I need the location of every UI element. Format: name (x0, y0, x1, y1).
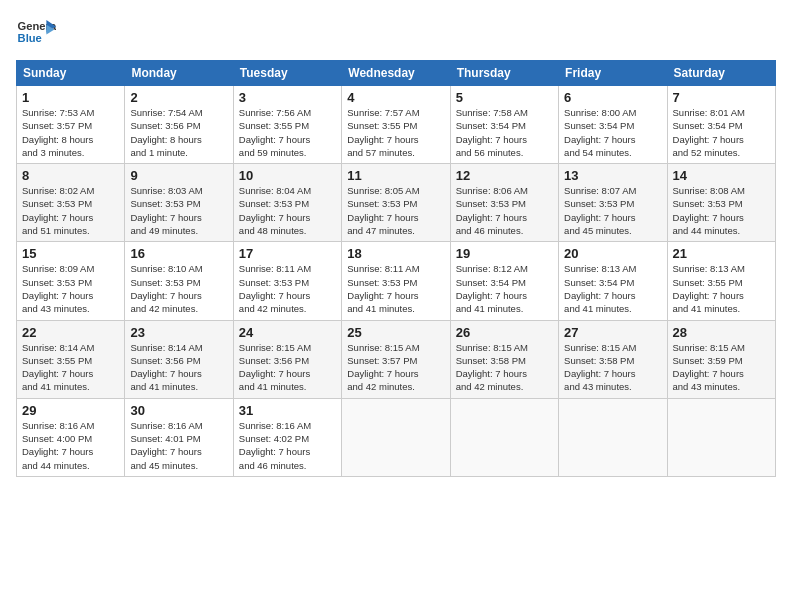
day-info: Sunrise: 8:15 AM Sunset: 3:58 PM Dayligh… (564, 341, 661, 394)
weekday-header-row: SundayMondayTuesdayWednesdayThursdayFrid… (17, 61, 776, 86)
calendar-cell: 22Sunrise: 8:14 AM Sunset: 3:55 PM Dayli… (17, 320, 125, 398)
day-info: Sunrise: 7:57 AM Sunset: 3:55 PM Dayligh… (347, 106, 444, 159)
day-number: 5 (456, 90, 553, 105)
day-info: Sunrise: 8:15 AM Sunset: 3:59 PM Dayligh… (673, 341, 770, 394)
day-info: Sunrise: 7:54 AM Sunset: 3:56 PM Dayligh… (130, 106, 227, 159)
calendar-cell: 23Sunrise: 8:14 AM Sunset: 3:56 PM Dayli… (125, 320, 233, 398)
day-number: 25 (347, 325, 444, 340)
calendar-cell: 10Sunrise: 8:04 AM Sunset: 3:53 PM Dayli… (233, 164, 341, 242)
day-info: Sunrise: 8:12 AM Sunset: 3:54 PM Dayligh… (456, 262, 553, 315)
day-info: Sunrise: 8:14 AM Sunset: 3:55 PM Dayligh… (22, 341, 119, 394)
calendar-cell: 1Sunrise: 7:53 AM Sunset: 3:57 PM Daylig… (17, 86, 125, 164)
day-info: Sunrise: 8:14 AM Sunset: 3:56 PM Dayligh… (130, 341, 227, 394)
weekday-header-wednesday: Wednesday (342, 61, 450, 86)
page-container: General Blue SundayMondayTuesdayWednesda… (0, 0, 792, 485)
day-info: Sunrise: 8:01 AM Sunset: 3:54 PM Dayligh… (673, 106, 770, 159)
weekday-header-saturday: Saturday (667, 61, 775, 86)
weekday-header-friday: Friday (559, 61, 667, 86)
day-info: Sunrise: 8:03 AM Sunset: 3:53 PM Dayligh… (130, 184, 227, 237)
day-number: 27 (564, 325, 661, 340)
day-number: 21 (673, 246, 770, 261)
calendar-cell: 28Sunrise: 8:15 AM Sunset: 3:59 PM Dayli… (667, 320, 775, 398)
day-number: 14 (673, 168, 770, 183)
calendar-cell: 29Sunrise: 8:16 AM Sunset: 4:00 PM Dayli… (17, 398, 125, 476)
day-number: 13 (564, 168, 661, 183)
day-info: Sunrise: 7:58 AM Sunset: 3:54 PM Dayligh… (456, 106, 553, 159)
calendar-table: SundayMondayTuesdayWednesdayThursdayFrid… (16, 60, 776, 477)
calendar-cell: 12Sunrise: 8:06 AM Sunset: 3:53 PM Dayli… (450, 164, 558, 242)
day-number: 26 (456, 325, 553, 340)
day-info: Sunrise: 8:11 AM Sunset: 3:53 PM Dayligh… (347, 262, 444, 315)
day-info: Sunrise: 8:15 AM Sunset: 3:57 PM Dayligh… (347, 341, 444, 394)
day-info: Sunrise: 7:53 AM Sunset: 3:57 PM Dayligh… (22, 106, 119, 159)
day-number: 9 (130, 168, 227, 183)
day-number: 15 (22, 246, 119, 261)
calendar-cell: 27Sunrise: 8:15 AM Sunset: 3:58 PM Dayli… (559, 320, 667, 398)
day-info: Sunrise: 8:02 AM Sunset: 3:53 PM Dayligh… (22, 184, 119, 237)
calendar-cell (667, 398, 775, 476)
day-number: 7 (673, 90, 770, 105)
day-number: 16 (130, 246, 227, 261)
calendar-cell: 14Sunrise: 8:08 AM Sunset: 3:53 PM Dayli… (667, 164, 775, 242)
weekday-header-monday: Monday (125, 61, 233, 86)
day-info: Sunrise: 8:15 AM Sunset: 3:56 PM Dayligh… (239, 341, 336, 394)
day-info: Sunrise: 7:56 AM Sunset: 3:55 PM Dayligh… (239, 106, 336, 159)
day-info: Sunrise: 8:16 AM Sunset: 4:02 PM Dayligh… (239, 419, 336, 472)
calendar-cell: 24Sunrise: 8:15 AM Sunset: 3:56 PM Dayli… (233, 320, 341, 398)
day-number: 30 (130, 403, 227, 418)
calendar-cell: 31Sunrise: 8:16 AM Sunset: 4:02 PM Dayli… (233, 398, 341, 476)
day-number: 4 (347, 90, 444, 105)
calendar-cell (450, 398, 558, 476)
day-number: 10 (239, 168, 336, 183)
calendar-cell: 3Sunrise: 7:56 AM Sunset: 3:55 PM Daylig… (233, 86, 341, 164)
calendar-week-1: 1Sunrise: 7:53 AM Sunset: 3:57 PM Daylig… (17, 86, 776, 164)
calendar-cell: 21Sunrise: 8:13 AM Sunset: 3:55 PM Dayli… (667, 242, 775, 320)
day-info: Sunrise: 8:16 AM Sunset: 4:01 PM Dayligh… (130, 419, 227, 472)
day-number: 29 (22, 403, 119, 418)
day-number: 31 (239, 403, 336, 418)
day-info: Sunrise: 8:13 AM Sunset: 3:55 PM Dayligh… (673, 262, 770, 315)
logo-icon: General Blue (16, 12, 56, 52)
calendar-cell: 8Sunrise: 8:02 AM Sunset: 3:53 PM Daylig… (17, 164, 125, 242)
day-number: 22 (22, 325, 119, 340)
day-number: 2 (130, 90, 227, 105)
day-info: Sunrise: 8:08 AM Sunset: 3:53 PM Dayligh… (673, 184, 770, 237)
calendar-week-3: 15Sunrise: 8:09 AM Sunset: 3:53 PM Dayli… (17, 242, 776, 320)
calendar-cell: 13Sunrise: 8:07 AM Sunset: 3:53 PM Dayli… (559, 164, 667, 242)
calendar-cell: 19Sunrise: 8:12 AM Sunset: 3:54 PM Dayli… (450, 242, 558, 320)
day-number: 1 (22, 90, 119, 105)
day-number: 18 (347, 246, 444, 261)
calendar-cell: 20Sunrise: 8:13 AM Sunset: 3:54 PM Dayli… (559, 242, 667, 320)
day-info: Sunrise: 8:16 AM Sunset: 4:00 PM Dayligh… (22, 419, 119, 472)
day-info: Sunrise: 8:04 AM Sunset: 3:53 PM Dayligh… (239, 184, 336, 237)
day-info: Sunrise: 8:13 AM Sunset: 3:54 PM Dayligh… (564, 262, 661, 315)
weekday-header-tuesday: Tuesday (233, 61, 341, 86)
calendar-cell: 30Sunrise: 8:16 AM Sunset: 4:01 PM Dayli… (125, 398, 233, 476)
day-number: 17 (239, 246, 336, 261)
header: General Blue (16, 12, 776, 52)
calendar-cell (342, 398, 450, 476)
weekday-header-sunday: Sunday (17, 61, 125, 86)
calendar-cell: 25Sunrise: 8:15 AM Sunset: 3:57 PM Dayli… (342, 320, 450, 398)
day-info: Sunrise: 8:06 AM Sunset: 3:53 PM Dayligh… (456, 184, 553, 237)
day-number: 8 (22, 168, 119, 183)
day-number: 11 (347, 168, 444, 183)
calendar-week-4: 22Sunrise: 8:14 AM Sunset: 3:55 PM Dayli… (17, 320, 776, 398)
logo: General Blue (16, 12, 56, 52)
calendar-cell: 5Sunrise: 7:58 AM Sunset: 3:54 PM Daylig… (450, 86, 558, 164)
day-info: Sunrise: 8:07 AM Sunset: 3:53 PM Dayligh… (564, 184, 661, 237)
calendar-week-2: 8Sunrise: 8:02 AM Sunset: 3:53 PM Daylig… (17, 164, 776, 242)
calendar-cell: 6Sunrise: 8:00 AM Sunset: 3:54 PM Daylig… (559, 86, 667, 164)
day-number: 12 (456, 168, 553, 183)
day-info: Sunrise: 8:15 AM Sunset: 3:58 PM Dayligh… (456, 341, 553, 394)
calendar-cell: 9Sunrise: 8:03 AM Sunset: 3:53 PM Daylig… (125, 164, 233, 242)
calendar-cell: 7Sunrise: 8:01 AM Sunset: 3:54 PM Daylig… (667, 86, 775, 164)
day-number: 6 (564, 90, 661, 105)
day-info: Sunrise: 8:09 AM Sunset: 3:53 PM Dayligh… (22, 262, 119, 315)
calendar-cell: 26Sunrise: 8:15 AM Sunset: 3:58 PM Dayli… (450, 320, 558, 398)
weekday-header-thursday: Thursday (450, 61, 558, 86)
day-number: 20 (564, 246, 661, 261)
calendar-cell: 2Sunrise: 7:54 AM Sunset: 3:56 PM Daylig… (125, 86, 233, 164)
day-info: Sunrise: 8:00 AM Sunset: 3:54 PM Dayligh… (564, 106, 661, 159)
calendar-cell: 17Sunrise: 8:11 AM Sunset: 3:53 PM Dayli… (233, 242, 341, 320)
